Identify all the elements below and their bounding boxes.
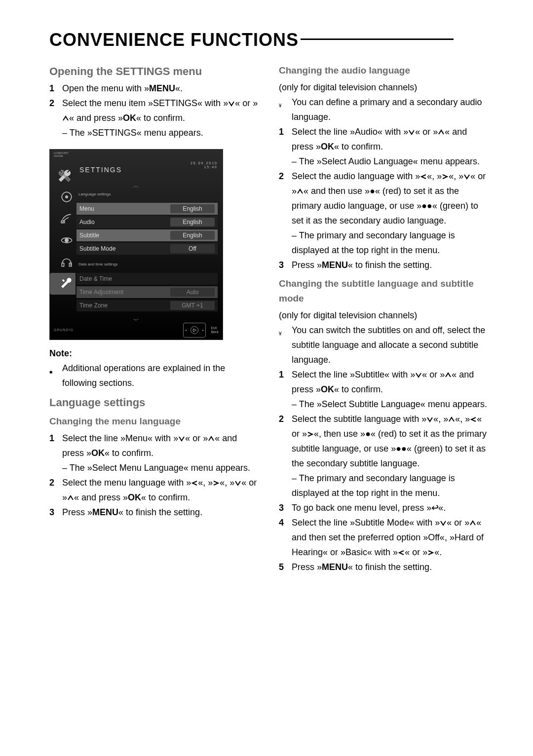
down-icon: [440, 520, 447, 526]
tv-settings-menu: COMFORTGUIDE SETTINGS 20.09.201015:46: [49, 149, 223, 340]
step: 2 Select the audio language with »«, »«,…: [279, 169, 489, 258]
red-dot-icon: ●: [370, 186, 375, 196]
left-icon: [420, 174, 427, 180]
down-icon: [415, 372, 422, 378]
right-icon: [427, 550, 434, 556]
up-icon: [438, 129, 445, 135]
step: 1 Select the line »Subtitle« with »« or …: [279, 367, 489, 412]
page-title: CONVENIENCE FUNCTIONS: [49, 30, 489, 50]
ok-dpad-icon: ◂ ▸ ▴ ▾: [183, 323, 206, 338]
step: 2 Select the subtitle language with »«, …: [279, 412, 489, 500]
step: 3 To go back one menu level, press »«.: [279, 500, 489, 515]
note: Note: ■Additional operations are explain…: [49, 346, 259, 390]
svg-rect-4: [62, 263, 64, 266]
table-row: Time AdjustmentAuto: [76, 286, 218, 298]
up-icon: [448, 416, 455, 422]
down-icon: [408, 129, 415, 135]
down-icon: [178, 436, 185, 442]
table-row: Time ZoneGMT +1: [76, 300, 218, 311]
target-icon: [50, 186, 76, 208]
tools-icon: [50, 273, 76, 295]
svg-point-3: [65, 239, 69, 242]
heading-language-settings: Language settings: [49, 395, 259, 410]
svg-rect-5: [69, 263, 71, 266]
left-icon: [470, 416, 477, 422]
step: 3 Press »MENU« to finish the setting.: [49, 505, 259, 520]
down-icon: [234, 480, 241, 486]
left-icon: [398, 550, 405, 556]
up-icon: [445, 372, 452, 378]
up-icon: [469, 520, 476, 526]
step: 5 Press »MENU« to finish the setting.: [279, 560, 489, 574]
step: 2 Select the menu item »SETTINGS« with »…: [49, 96, 259, 140]
table-row: SubtitleEnglish: [76, 229, 218, 241]
step: 4 Select the line »Subtitle Mode« with »…: [279, 515, 489, 560]
green-dots-icon: ●●: [421, 201, 432, 211]
heading-menu-language: Changing the menu language: [49, 414, 259, 429]
step: 3 Press »MENU« to finish the setting.: [279, 258, 489, 272]
step: 2 Select the menu language with »«, »«, …: [49, 475, 259, 505]
step: 1 Open the menu with »MENU«.: [49, 81, 259, 96]
table-row: Date & Time: [76, 273, 218, 285]
right-icon: [442, 174, 449, 180]
eye-icon: [50, 229, 76, 251]
heading-open-settings: Opening the SETTINGS menu: [49, 64, 259, 79]
heading-audio-language: Changing the audio language: [279, 63, 489, 78]
step: 1 Select the line »Audio« with »« or »« …: [279, 124, 489, 169]
table-row: Subtitle ModeOff: [76, 243, 218, 255]
up-icon: [62, 115, 69, 121]
table-row: AudioEnglish: [76, 216, 218, 228]
table-row: MenuEnglish: [76, 203, 218, 215]
chevron-down-icon: ﹀: [79, 313, 193, 321]
step: 1 Select the line »Menu« with »« or »« a…: [49, 431, 259, 475]
right-icon: [213, 480, 220, 486]
headphones-icon: [50, 251, 76, 273]
down-icon: [228, 101, 235, 107]
left-icon: [191, 480, 198, 486]
satellite-icon: [50, 208, 76, 229]
green-dots-icon: ●●: [396, 444, 407, 454]
red-dot-icon: ●: [365, 429, 371, 439]
svg-point-1: [66, 196, 68, 198]
chevron-up-icon: ︿: [79, 178, 193, 186]
tv-header: SETTINGS: [79, 162, 122, 177]
down-icon: [463, 174, 470, 180]
right-icon: [307, 431, 314, 437]
up-icon: [208, 436, 215, 442]
back-icon: [431, 505, 438, 511]
down-icon: [426, 416, 433, 422]
up-icon: [297, 189, 304, 194]
up-icon: [67, 495, 74, 501]
heading-subtitle-language: Changing the subtitle language and subti…: [279, 276, 489, 306]
